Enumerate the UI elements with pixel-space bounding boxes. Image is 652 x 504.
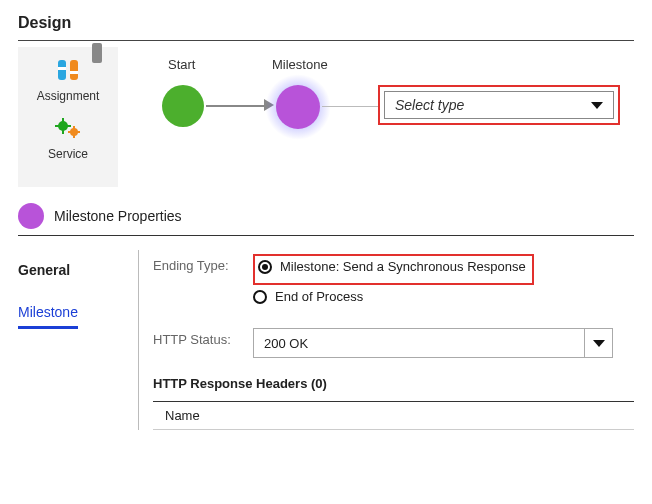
svg-rect-3	[70, 71, 78, 74]
ending-type-highlight: Milestone: Send a Synchronous Response	[253, 254, 534, 285]
connector[interactable]	[206, 105, 266, 107]
radio-icon	[258, 260, 272, 274]
service-icon	[18, 113, 118, 143]
properties-body: General Milestone Ending Type: Milestone…	[18, 250, 634, 430]
svg-rect-11	[73, 135, 75, 138]
http-status-dropdown[interactable]: 200 OK	[253, 328, 613, 358]
divider	[138, 250, 139, 430]
radio-end-of-process[interactable]: End of Process	[253, 289, 634, 304]
palette: Assignment Service	[18, 47, 118, 187]
palette-item-label: Assignment	[18, 89, 118, 103]
palette-item-service[interactable]: Service	[18, 113, 118, 161]
tab-general[interactable]: General	[18, 256, 128, 284]
select-type-placeholder: Select type	[395, 97, 464, 113]
properties-title: Milestone Properties	[54, 208, 182, 224]
svg-rect-8	[67, 125, 71, 127]
response-headers-title: HTTP Response Headers (0)	[153, 376, 634, 391]
radio-icon	[253, 290, 267, 304]
start-label: Start	[168, 57, 195, 72]
svg-rect-2	[58, 67, 66, 70]
chevron-down-icon	[593, 340, 605, 347]
dropdown-button[interactable]	[584, 329, 612, 357]
milestone-node[interactable]	[276, 85, 320, 129]
svg-rect-5	[62, 118, 64, 122]
divider	[18, 40, 634, 41]
page-title: Design	[18, 14, 634, 32]
http-status-label: HTTP Status:	[153, 328, 253, 347]
milestone-icon	[18, 203, 44, 229]
properties-header: Milestone Properties	[18, 203, 634, 229]
start-node[interactable]	[162, 85, 204, 127]
connector	[322, 106, 378, 107]
properties-tabs: General Milestone	[18, 250, 128, 430]
svg-point-4	[58, 121, 68, 131]
http-status-value: 200 OK	[264, 336, 308, 351]
assignment-icon	[18, 55, 118, 85]
select-type-dropdown[interactable]: Select type	[384, 91, 614, 119]
milestone-label: Milestone	[272, 57, 328, 72]
radio-milestone[interactable]: Milestone: Send a Synchronous Response	[258, 259, 526, 274]
chevron-down-icon	[591, 102, 603, 109]
svg-rect-6	[62, 130, 64, 134]
ending-type-group: Milestone: Send a Synchronous Response E…	[253, 254, 634, 310]
tab-milestone[interactable]: Milestone	[18, 298, 78, 329]
palette-item-label: Service	[18, 147, 118, 161]
radio-label: End of Process	[275, 289, 363, 304]
svg-rect-12	[68, 131, 71, 133]
select-type-highlight: Select type	[378, 85, 620, 125]
design-area: Assignment Service Start Milestone	[18, 47, 634, 187]
ending-type-label: Ending Type:	[153, 254, 253, 273]
canvas: Start Milestone Select type	[118, 47, 634, 187]
svg-rect-10	[73, 126, 75, 129]
headers-column-name: Name	[153, 401, 634, 430]
svg-rect-7	[55, 125, 59, 127]
svg-rect-1	[70, 60, 78, 80]
svg-point-9	[70, 128, 78, 136]
radio-label: Milestone: Send a Synchronous Response	[280, 259, 526, 274]
properties-form: Ending Type: Milestone: Send a Synchrono…	[153, 250, 634, 430]
palette-item-assignment[interactable]: Assignment	[18, 55, 118, 103]
svg-rect-13	[77, 131, 80, 133]
divider	[18, 235, 634, 236]
palette-scrollbar[interactable]	[92, 43, 102, 63]
